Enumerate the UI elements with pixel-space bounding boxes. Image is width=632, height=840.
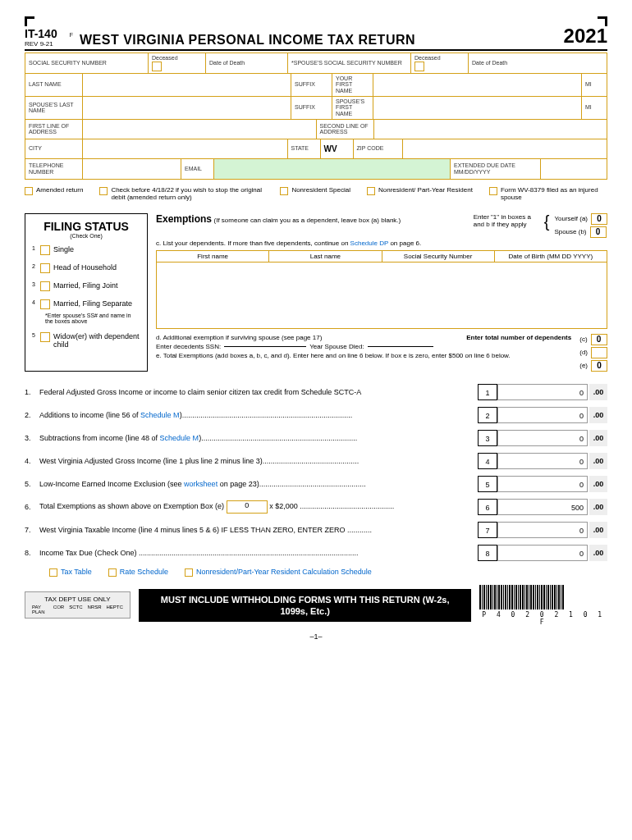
stop-debit-checkbox[interactable]: [99, 187, 108, 195]
nonres-special-checkbox[interactable]: [280, 187, 288, 195]
lastname-label: LAST NAME: [29, 81, 79, 88]
ext-due-input[interactable]: [541, 159, 607, 179]
mi-label: MI: [585, 81, 603, 88]
line-2-num: 2: [478, 407, 497, 423]
tax-year: 2021: [564, 25, 607, 48]
addr2-input[interactable]: [374, 120, 607, 139]
fs-widow-checkbox[interactable]: [40, 332, 50, 342]
amended-checkbox[interactable]: [25, 187, 33, 195]
dependents-rows[interactable]: [157, 262, 607, 328]
nonres-part-label: Nonresident/ Part-Year Resident: [378, 186, 473, 194]
d-ssn-label: Enter decedents SSN:: [156, 343, 221, 350]
schedule-m-link[interactable]: Schedule M: [140, 411, 180, 419]
city-input[interactable]: [83, 139, 288, 158]
schedule-dp-link[interactable]: Schedule DP: [350, 240, 389, 247]
fs-mfj-label: Married, Filing Joint: [53, 281, 118, 290]
nonres-calc-checkbox[interactable]: [185, 568, 193, 577]
phone-label: TELEPHONE NUMBER: [29, 162, 79, 175]
exemptions-note: (If someone can claim you as a dependent…: [214, 217, 401, 224]
wv8379-checkbox[interactable]: [489, 187, 497, 195]
ssn-label: SOCIAL SECURITY NUMBER: [29, 60, 144, 66]
line-8: 8. Income Tax Due (Check One) ..........…: [25, 545, 607, 561]
firstname-input[interactable]: [373, 74, 582, 96]
footer: TAX DEPT USE ONLY PAY PLAN COR SCTC NRSR…: [25, 585, 607, 626]
d-year-input[interactable]: [368, 346, 433, 347]
spouse-suffix-label: SUFFIX: [295, 104, 328, 111]
filing-status-sub: (Check One): [32, 233, 140, 239]
form-header: IT-140 REV 9-21 F WEST VIRGINIA PERSONAL…: [25, 25, 607, 51]
crop-mark-tr: [598, 16, 607, 26]
crop-mark-tl: [25, 16, 34, 26]
line-6: 6. Total Exemptions as shown above on Ex…: [25, 499, 607, 515]
addr2-label: SECOND LINE OF ADDRESS: [320, 123, 370, 135]
line-8-amount[interactable]: 0: [497, 545, 588, 561]
schedule-m-link-2[interactable]: Schedule M: [160, 434, 199, 442]
box-e[interactable]: 0: [591, 360, 607, 372]
nonres-part-checkbox[interactable]: [367, 187, 375, 195]
email-input[interactable]: [214, 159, 451, 179]
line-4-amount[interactable]: 0: [497, 453, 588, 469]
line-7-amount[interactable]: 0: [497, 522, 588, 538]
yourself-label: Yourself (a): [554, 215, 588, 222]
fs-widow-label: Widow(er) with dependent child: [53, 332, 140, 349]
form-number: IT-140: [25, 27, 57, 40]
page-number: –1–: [25, 632, 607, 641]
line-3-num: 3: [478, 430, 497, 446]
city-label: CITY: [29, 145, 79, 152]
line-6-amount[interactable]: 500: [497, 499, 588, 515]
addr1-input[interactable]: [83, 120, 317, 139]
fs-mfj-checkbox[interactable]: [40, 281, 50, 291]
phone-input[interactable]: [83, 159, 181, 179]
line-8-num: 8: [478, 545, 497, 561]
brace-icon: {: [544, 213, 550, 230]
line-3-amount[interactable]: 0: [497, 430, 588, 446]
box-d[interactable]: [591, 347, 607, 358]
tax-dept-box: TAX DEPT USE ONLY PAY PLAN COR SCTC NRSR…: [25, 591, 131, 619]
fs-hoh-checkbox[interactable]: [40, 263, 50, 273]
spouse-label: Spouse (b): [554, 228, 586, 235]
fs-single-checkbox[interactable]: [40, 245, 50, 255]
line-2-amount[interactable]: 0: [497, 407, 588, 423]
line-6-inline[interactable]: 0: [227, 500, 268, 514]
spouse-lastname-input[interactable]: [83, 97, 291, 119]
fs-mfs-note: *Enter spouse's SS# and name in the boxe…: [45, 313, 140, 324]
dep-col-ssn: Social Security Number: [382, 251, 495, 262]
rate-sched-checkbox[interactable]: [108, 568, 117, 577]
exemptions-title: Exemptions: [156, 213, 212, 225]
d-ssn-input[interactable]: [224, 346, 306, 347]
dep-col-firstname: First name: [157, 251, 269, 262]
cents: .00: [589, 384, 607, 400]
line-4: 4. West Virginia Adjusted Gross Income (…: [25, 453, 607, 469]
marker: F: [70, 32, 73, 38]
box-c[interactable]: 0: [591, 334, 607, 345]
spouse-dod-label: Date of Death: [472, 60, 603, 66]
line-7-num: 7: [478, 522, 497, 538]
exemptions-panel: Exemptions (If someone can claim you as …: [156, 213, 607, 372]
spouse-deceased-checkbox[interactable]: [414, 62, 424, 71]
zip-input[interactable]: [403, 139, 607, 158]
spouse-lastname-label: SPOUSE'S LAST NAME: [29, 102, 79, 114]
worksheet-link[interactable]: worksheet: [184, 480, 218, 488]
spouse-deceased-label: Deceased: [414, 55, 465, 62]
tax-table-checkbox[interactable]: [49, 568, 57, 577]
deceased-checkbox[interactable]: [152, 62, 162, 71]
state-value: WV: [321, 139, 354, 158]
line-1-amount[interactable]: 0: [497, 384, 588, 400]
addr1-label: FIRST LINE OF ADDRESS: [29, 123, 79, 135]
spouse-firstname-input[interactable]: [373, 97, 582, 119]
line-5: 5. Low-Income Earned Income Exclusion (s…: [25, 476, 607, 492]
box-b[interactable]: 0: [590, 226, 607, 238]
filing-status-title: FILING STATUS: [32, 221, 140, 233]
nonres-special-label: Nonresident Special: [291, 186, 350, 194]
lastname-input[interactable]: [83, 74, 291, 96]
line-4-num: 4: [478, 453, 497, 469]
fs-single-label: Single: [53, 245, 74, 253]
tax-table-label: Tax Table: [61, 568, 92, 576]
return-type-checkboxes: Amended return Check before 4/18/22 if y…: [25, 186, 607, 201]
fs-mfs-checkbox[interactable]: [40, 299, 50, 309]
box-a[interactable]: 0: [591, 213, 607, 225]
barcode-text: P 4 0 2 0 2 1 0 1 F: [479, 611, 607, 626]
line-5-amount[interactable]: 0: [497, 476, 588, 492]
stop-debit-label: Check before 4/18/22 if you wish to stop…: [111, 186, 263, 201]
dep-col-dob: Date of Birth (MM DD YYYY): [495, 251, 607, 262]
